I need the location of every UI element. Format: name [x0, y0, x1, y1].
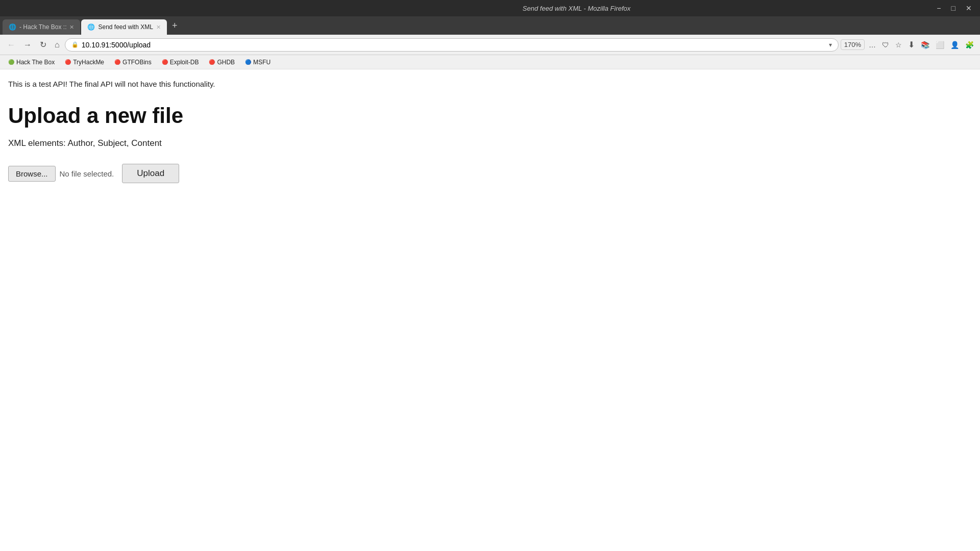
bookmark-favicon-5: 🔴: [209, 59, 215, 65]
bookmark-favicon-4: 🔴: [162, 59, 168, 65]
refresh-button[interactable]: ↻: [37, 38, 50, 52]
star-button[interactable]: ☆: [893, 39, 904, 51]
bookmark-hack-the-box[interactable]: 🟢 Hack The Box: [4, 58, 59, 67]
tab-favicon-2: 🌐: [87, 23, 95, 31]
more-button[interactable]: …: [867, 39, 878, 51]
download-button[interactable]: ⬇: [906, 38, 917, 52]
window-title: Send feed with XML - Mozilla Firefox: [219, 5, 934, 12]
bookmark-label-3: GTFOBins: [122, 59, 152, 66]
bookmark-tryhackme[interactable]: 🔴 TryHackMe: [61, 58, 108, 67]
bookmark-exploit-db[interactable]: 🔴 Exploit-DB: [158, 58, 203, 67]
tab-label-2: Send feed with XML: [98, 23, 153, 31]
bookmark-msfu[interactable]: 🔵 MSFU: [241, 58, 275, 67]
bookmark-favicon-6: 🔵: [245, 59, 251, 65]
nav-bar: ← → ↻ ⌂ 🔒 ▾ 170% … 🛡 ☆ ⬇ 📚 ⬜ 👤 🧩: [0, 35, 980, 55]
profile-button[interactable]: 👤: [948, 39, 961, 51]
extensions-button[interactable]: 🧩: [963, 39, 976, 51]
tab-label-1: - Hack The Box ::: [19, 23, 66, 31]
maximize-button[interactable]: □: [948, 3, 959, 13]
tab-close-2[interactable]: ✕: [156, 24, 161, 31]
bookmark-label-1: Hack The Box: [16, 59, 55, 66]
close-button[interactable]: ✕: [963, 3, 975, 13]
home-button[interactable]: ⌂: [52, 38, 63, 52]
browse-button[interactable]: Browse...: [8, 166, 56, 182]
tab-hack-the-box[interactable]: 🌐 - Hack The Box :: ✕: [3, 19, 80, 35]
back-button[interactable]: ←: [4, 38, 18, 52]
bookmark-favicon-3: 🔴: [114, 59, 120, 65]
bookmark-ghdb[interactable]: 🔴 GHDB: [205, 58, 239, 67]
minimize-button[interactable]: −: [934, 3, 944, 13]
bookmark-label-6: MSFU: [253, 59, 271, 66]
nav-right: 170% … 🛡 ☆ ⬇ 📚 ⬜ 👤 🧩: [841, 38, 976, 52]
bookmark-favicon-2: 🔴: [65, 59, 71, 65]
tabs-icon-button[interactable]: ⬜: [934, 39, 946, 51]
bookmark-label-5: GHDB: [217, 59, 235, 66]
tab-bar: 🌐 - Hack The Box :: ✕ 🌐 Send feed with X…: [0, 16, 980, 35]
bookmark-favicon-1: 🟢: [8, 59, 14, 65]
page-content: This is a test API! The final API will n…: [0, 69, 980, 551]
bookmarks-bar: 🟢 Hack The Box 🔴 TryHackMe 🔴 GTFOBins 🔴 …: [0, 55, 980, 69]
tab-send-feed-xml[interactable]: 🌐 Send feed with XML ✕: [81, 19, 166, 35]
address-input[interactable]: [82, 41, 826, 49]
new-tab-button[interactable]: +: [168, 20, 182, 31]
library-button[interactable]: 📚: [919, 39, 932, 51]
address-bar-container: 🔒 ▾: [65, 38, 839, 52]
no-file-text: No file selected.: [60, 169, 114, 178]
zoom-level[interactable]: 170%: [841, 39, 865, 50]
tab-favicon-1: 🌐: [9, 23, 16, 31]
tab-close-1[interactable]: ✕: [69, 24, 74, 31]
file-input-area: Browse... No file selected.: [8, 166, 114, 182]
bookmark-label-2: TryHackMe: [73, 59, 104, 66]
upload-button[interactable]: Upload: [122, 164, 179, 183]
window-titlebar: Send feed with XML - Mozilla Firefox − □…: [0, 0, 980, 16]
window-controls: − □ ✕: [934, 3, 975, 13]
lock-icon: 🔒: [71, 41, 79, 48]
bookmark-gtfobins[interactable]: 🔴 GTFOBins: [110, 58, 156, 67]
address-bar-chevron[interactable]: ▾: [829, 41, 832, 48]
xml-elements-label: XML elements: Author, Subject, Content: [8, 138, 972, 148]
shield-button[interactable]: 🛡: [880, 39, 891, 51]
page-heading: Upload a new file: [8, 104, 972, 128]
upload-form: Browse... No file selected. Upload: [8, 164, 972, 183]
api-notice: This is a test API! The final API will n…: [8, 80, 972, 88]
bookmark-label-4: Exploit-DB: [170, 59, 199, 66]
forward-button[interactable]: →: [20, 38, 35, 52]
